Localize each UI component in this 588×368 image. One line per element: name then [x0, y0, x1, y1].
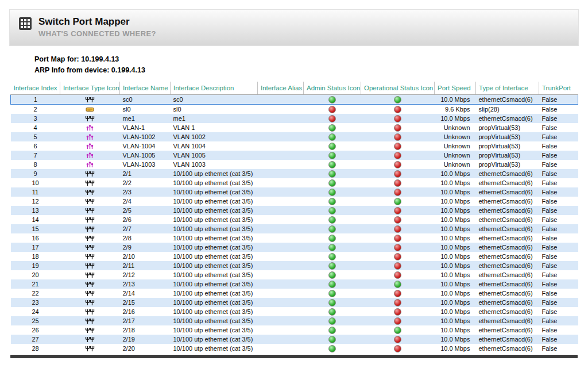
app-header: Switch Port Mapper WHAT'S CONNECTED WHER…	[9, 9, 579, 46]
trunkport-cell: False	[539, 344, 578, 353]
table-row[interactable]: 262/1810/100 utp ethernet (cat 3/5)10.0 …	[11, 325, 578, 335]
table-row[interactable]: 212/1310/100 utp ethernet (cat 3/5)10.0 …	[11, 279, 578, 289]
horizontal-scrollbar[interactable]	[10, 355, 578, 358]
port-speed-cell: 10.0 Mbps	[435, 233, 476, 243]
type-of-interface-cell: ethernetCsmacd(6)	[476, 252, 539, 261]
table-row[interactable]: 8VLAN-1003VLAN 1003UnknownpropVirtual(53…	[11, 160, 578, 169]
column-header-interface-description[interactable]: Interface Description	[171, 82, 258, 95]
admin-status-up-icon	[328, 281, 336, 288]
admin-status-cell	[304, 279, 361, 289]
operational-status-down-icon	[394, 308, 401, 316]
port-speed-cell: Unknown	[435, 151, 476, 160]
operational-status-down-icon	[394, 133, 401, 141]
port-table-container: Interface IndexInterface Type IconInterf…	[10, 82, 578, 353]
table-row[interactable]: 142/610/100 utp ethernet (cat 3/5)10.0 M…	[11, 215, 578, 224]
interface-description-cell: 10/100 utp ethernet (cat 3/5)	[171, 344, 258, 353]
table-row[interactable]: 102/210/100 utp ethernet (cat 3/5)10.0 M…	[11, 178, 578, 187]
table-row[interactable]: 6VLAN-1004VLAN 1004UnknownpropVirtual(53…	[11, 141, 578, 151]
operational-status-down-icon	[394, 262, 401, 270]
operational-status-cell	[361, 279, 435, 289]
operational-status-cell	[361, 261, 435, 270]
table-row[interactable]: 122/410/100 utp ethernet (cat 3/5)10.0 M…	[11, 197, 578, 206]
trunkport-cell: False	[539, 141, 578, 151]
interface-name-cell: VLAN-1	[120, 123, 171, 132]
port-speed-cell: 10.0 Mbps	[435, 178, 476, 187]
table-row[interactable]: 202/1210/100 utp ethernet (cat 3/5)10.0 …	[11, 270, 578, 279]
interface-index-cell: 11	[11, 187, 60, 197]
interface-type-icon-cell	[60, 279, 120, 289]
column-header-type-of-interface[interactable]: Type of Interface	[476, 82, 539, 95]
table-row[interactable]: 232/1510/100 utp ethernet (cat 3/5)10.0 …	[11, 298, 578, 307]
column-header-interface-index[interactable]: Interface Index	[11, 82, 60, 95]
column-header-interface-alias[interactable]: Interface Alias	[258, 82, 304, 95]
table-row[interactable]: 172/910/100 utp ethernet (cat 3/5)10.0 M…	[11, 243, 578, 252]
trunkport-cell: False	[539, 243, 578, 252]
ethernet-icon	[85, 308, 95, 315]
table-row[interactable]: 7VLAN-1005VLAN 1005UnknownpropVirtual(53…	[11, 151, 578, 160]
interface-type-icon-cell	[60, 289, 120, 298]
trunkport-cell: False	[539, 298, 578, 307]
operational-status-cell	[361, 169, 435, 178]
interface-alias-cell	[258, 105, 304, 114]
table-row[interactable]: 152/710/100 utp ethernet (cat 3/5)10.0 M…	[11, 224, 578, 233]
table-row[interactable]: 252/1710/100 utp ethernet (cat 3/5)10.0 …	[11, 316, 578, 325]
table-row[interactable]: 222/1410/100 utp ethernet (cat 3/5)10.0 …	[11, 289, 578, 298]
interface-index-cell: 25	[11, 316, 60, 325]
type-of-interface-cell: ethernetCsmacd(6)	[476, 335, 539, 344]
table-row[interactable]: 132/510/100 utp ethernet (cat 3/5)10.0 M…	[11, 206, 578, 215]
interface-description-cell: 10/100 utp ethernet (cat 3/5)	[171, 243, 258, 252]
table-row[interactable]: 2sl0sl09.6 Kbpsslip(28)False	[11, 105, 578, 114]
table-row[interactable]: 242/1610/100 utp ethernet (cat 3/5)10.0 …	[11, 307, 578, 316]
column-header-interface-type-icon[interactable]: Interface Type Icon	[60, 82, 120, 95]
column-header-operational-status-icon[interactable]: Operational Status Icon	[361, 82, 435, 95]
interface-alias-cell	[258, 279, 304, 289]
port-map-value: 10.199.4.13	[81, 55, 119, 63]
admin-status-cell	[304, 123, 361, 132]
interface-description-cell: 10/100 utp ethernet (cat 3/5)	[171, 289, 258, 298]
table-row[interactable]: 282/2010/100 utp ethernet (cat 3/5)10.0 …	[11, 344, 578, 353]
column-header-trunkport[interactable]: TrunkPort	[539, 82, 578, 95]
column-header-interface-name[interactable]: Interface Name	[120, 82, 171, 95]
type-of-interface-cell: ethernetCsmacd(6)	[476, 178, 539, 187]
trunkport-cell: False	[539, 252, 578, 261]
interface-index-cell: 12	[11, 197, 60, 206]
ethernet-icon	[85, 216, 95, 223]
table-row[interactable]: 192/1110/100 utp ethernet (cat 3/5)10.0 …	[11, 261, 578, 270]
interface-description-cell: 10/100 utp ethernet (cat 3/5)	[171, 169, 258, 178]
interface-alias-cell	[258, 178, 304, 187]
type-of-interface-cell: ethernetCsmacd(6)	[476, 270, 539, 279]
table-row[interactable]: 1sc0sc010.0 MbpsethernetCsmacd(6)False	[11, 95, 578, 105]
table-row[interactable]: 162/810/100 utp ethernet (cat 3/5)10.0 M…	[11, 233, 578, 243]
interface-index-cell: 19	[11, 261, 60, 270]
table-row[interactable]: 92/110/100 utp ethernet (cat 3/5)10.0 Mb…	[11, 169, 578, 178]
interface-name-cell: 2/12	[120, 270, 171, 279]
table-row[interactable]: 5VLAN-1002VLAN 1002UnknownpropVirtual(53…	[11, 132, 578, 141]
admin-status-cell	[304, 197, 361, 206]
interface-name-cell: 2/2	[120, 178, 171, 187]
table-row[interactable]: 272/1910/100 utp ethernet (cat 3/5)10.0 …	[11, 335, 578, 344]
table-row[interactable]: 182/1010/100 utp ethernet (cat 3/5)10.0 …	[11, 252, 578, 261]
interface-index-cell: 23	[11, 298, 60, 307]
admin-status-cell	[304, 151, 361, 160]
column-header-port-speed[interactable]: Port Speed	[435, 82, 476, 95]
interface-type-icon-cell	[60, 141, 120, 151]
table-row[interactable]: 4VLAN-1VLAN 1UnknownpropVirtual(53)False	[11, 123, 578, 132]
admin-status-cell	[304, 160, 361, 169]
admin-status-cell	[304, 215, 361, 224]
interface-name-cell: 2/8	[120, 233, 171, 243]
interface-type-icon-cell	[60, 307, 120, 316]
port-speed-cell: 10.0 Mbps	[435, 335, 476, 344]
interface-type-icon-cell	[60, 95, 120, 105]
interface-alias-cell	[258, 325, 304, 335]
app-titles: Switch Port Mapper WHAT'S CONNECTED WHER…	[38, 16, 156, 38]
column-header-admin-status-icon[interactable]: Admin Status Icon	[304, 82, 361, 95]
table-row[interactable]: 3me1me110.0 MbpsethernetCsmacd(6)False	[11, 114, 578, 123]
ethernet-icon	[85, 345, 95, 352]
admin-status-up-icon	[328, 152, 336, 159]
interface-index-cell: 9	[11, 169, 60, 178]
operational-status-cell	[361, 307, 435, 316]
table-row[interactable]: 112/310/100 utp ethernet (cat 3/5)10.0 M…	[11, 187, 578, 197]
interface-name-cell: 2/16	[120, 307, 171, 316]
type-of-interface-cell: ethernetCsmacd(6)	[476, 206, 539, 215]
port-speed-cell: 9.6 Kbps	[435, 105, 476, 114]
